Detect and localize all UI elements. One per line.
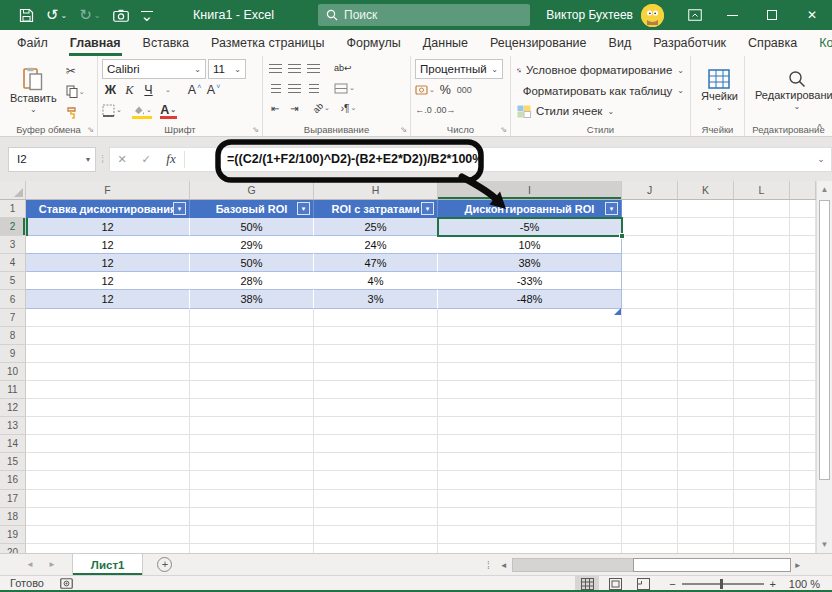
cell-overflow2[interactable]	[790, 218, 816, 236]
ribbon-tab-главная[interactable]: Главная	[59, 30, 132, 56]
row-header-14[interactable]: 14	[0, 435, 26, 453]
cell-K6[interactable]	[678, 290, 734, 308]
cell-K11[interactable]	[678, 381, 734, 399]
format-as-table-button[interactable]: Форматировать как таблицу⌄	[515, 82, 686, 101]
cell-L5[interactable]	[734, 272, 790, 290]
cell-I17[interactable]	[438, 490, 622, 508]
cell-I20[interactable]	[438, 544, 622, 553]
cell-F11[interactable]	[26, 381, 190, 399]
cell-H19[interactable]	[314, 526, 438, 544]
cell-overflow1[interactable]	[790, 200, 816, 218]
cell-G15[interactable]	[190, 453, 314, 471]
increase-indent-button[interactable]: ⇥	[286, 99, 303, 117]
cell-J10[interactable]	[622, 363, 678, 381]
number-format-select[interactable]: Процентный⌄	[415, 59, 503, 79]
cell-H13[interactable]	[314, 417, 438, 435]
decrease-indent-button[interactable]: ⇤	[267, 99, 284, 117]
cell-L3[interactable]	[734, 236, 790, 254]
row-header-18[interactable]: 18	[0, 508, 26, 526]
minimize-button[interactable]	[712, 0, 752, 30]
cell-G11[interactable]	[190, 381, 314, 399]
filter-button[interactable]: ▼	[421, 202, 434, 215]
cell-G6[interactable]: 38%	[190, 290, 314, 308]
cell-J7[interactable]	[622, 309, 678, 327]
column-header-I[interactable]: I	[438, 181, 622, 199]
row-header-8[interactable]: 8	[0, 327, 26, 345]
cell-overflow20[interactable]	[790, 544, 816, 553]
search-box[interactable]: Поиск	[318, 4, 530, 26]
cell-L8[interactable]	[734, 327, 790, 345]
editing-button[interactable]: Редактирование ⌄	[749, 69, 832, 112]
vertical-scrollbar[interactable]: ▲ ▼	[816, 181, 832, 553]
row-header-9[interactable]: 9	[0, 345, 26, 363]
cell-H6[interactable]: 3%	[314, 290, 438, 308]
align-left-button[interactable]	[267, 79, 284, 97]
cell-L17[interactable]	[734, 490, 790, 508]
cell-I12[interactable]	[438, 399, 622, 417]
page-layout-view-button[interactable]	[603, 576, 627, 591]
column-header-J[interactable]: J	[622, 181, 678, 199]
ribbon-tab-рецензирование[interactable]: Рецензирование	[479, 30, 598, 56]
cell-K12[interactable]	[678, 399, 734, 417]
row-header-16[interactable]: 16	[0, 471, 26, 489]
cell-J17[interactable]	[622, 490, 678, 508]
underline-options-chevron[interactable]: ⌄	[165, 86, 171, 94]
ribbon-tab-разработчик[interactable]: Разработчик	[642, 30, 737, 56]
cell-K9[interactable]	[678, 345, 734, 363]
cell-I11[interactable]	[438, 381, 622, 399]
font-color-button[interactable]: А⌄	[160, 101, 177, 119]
row-header-19[interactable]: 19	[0, 526, 26, 544]
decrease-font-button[interactable]: А˅	[205, 81, 222, 99]
maximize-button[interactable]	[752, 0, 792, 30]
cell-overflow12[interactable]	[790, 399, 816, 417]
filter-button[interactable]: ▼	[173, 202, 186, 215]
text-direction-button[interactable]: ›¶⌄	[340, 99, 357, 117]
name-box[interactable]: I2 ▾	[8, 147, 96, 172]
font-size-select[interactable]: 11⌄	[208, 59, 246, 79]
cell-J1[interactable]	[622, 200, 678, 218]
cut-button[interactable]: ✂	[63, 61, 88, 80]
cell-J5[interactable]	[622, 272, 678, 290]
cell-K17[interactable]	[678, 490, 734, 508]
cell-L9[interactable]	[734, 345, 790, 363]
cell-L2[interactable]	[734, 218, 790, 236]
cell-F8[interactable]	[26, 327, 190, 345]
cell-overflow14[interactable]	[790, 435, 816, 453]
cell-J16[interactable]	[622, 471, 678, 489]
page-break-view-button[interactable]	[631, 576, 655, 591]
column-header-overflow[interactable]	[790, 181, 816, 199]
scroll-left-icon[interactable]: ◄	[496, 561, 512, 570]
cell-overflow6[interactable]	[790, 290, 816, 308]
cell-H20[interactable]	[314, 544, 438, 553]
wrap-text-button[interactable]: ab↩	[334, 59, 352, 77]
cell-L16[interactable]	[734, 471, 790, 489]
scroll-up-icon[interactable]: ▲	[817, 181, 832, 198]
cell-J12[interactable]	[622, 399, 678, 417]
redo-button[interactable]: ↻⌄	[74, 2, 105, 28]
cell-F5[interactable]: 12	[26, 272, 190, 290]
cell-G16[interactable]	[190, 471, 314, 489]
cell-I14[interactable]	[438, 435, 622, 453]
cell-J13[interactable]	[622, 417, 678, 435]
cell-I4[interactable]: 38%	[438, 254, 622, 272]
camera-button[interactable]	[108, 2, 134, 28]
cell-G17[interactable]	[190, 490, 314, 508]
cell-F16[interactable]	[26, 471, 190, 489]
cell-I8[interactable]	[438, 327, 622, 345]
cell-L20[interactable]	[734, 544, 790, 553]
cell-F6[interactable]: 12	[26, 290, 190, 308]
sheet-nav-right-icon[interactable]: ►	[48, 560, 56, 569]
cell-I1[interactable]: Дисконтированный ROI▼	[438, 200, 622, 218]
cell-G3[interactable]: 29%	[190, 236, 314, 254]
paste-button[interactable]: Вставить ⌄	[4, 59, 63, 122]
cell-H10[interactable]	[314, 363, 438, 381]
cell-overflow19[interactable]	[790, 526, 816, 544]
cell-J4[interactable]	[622, 254, 678, 272]
cell-overflow3[interactable]	[790, 236, 816, 254]
cells-button[interactable]: Ячейки ⌄	[695, 68, 744, 113]
cell-F13[interactable]	[26, 417, 190, 435]
cell-I5[interactable]: -33%	[438, 272, 622, 290]
cell-J19[interactable]	[622, 526, 678, 544]
cell-F1[interactable]: Ставка дисконтирования▼	[26, 200, 190, 218]
cell-G8[interactable]	[190, 327, 314, 345]
